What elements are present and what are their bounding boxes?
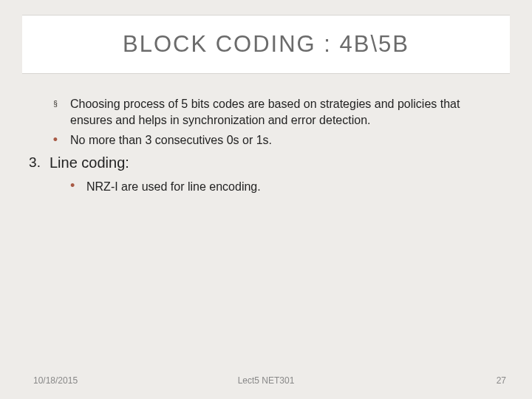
footer-page-number: 27 — [497, 375, 506, 386]
numbered-item: 3. Line coding: — [20, 153, 491, 173]
slide-title: BLOCK CODING : 4B\5B — [123, 31, 409, 58]
bullet-marker-dot-icon: • — [41, 132, 70, 149]
bullet-item: • No more than 3 consecutives 0s or 1s. — [41, 132, 491, 149]
sub-bullet-text: NRZ-I are used for line encoding. — [86, 179, 491, 195]
numbered-text: Line coding: — [50, 153, 491, 173]
number-marker: 3. — [20, 153, 50, 173]
slide-body: § Choosing process of 5 bits codes are b… — [41, 96, 491, 194]
footer-center: Lect5 NET301 — [0, 375, 532, 386]
slide-footer: 10/18/2015 Lect5 NET301 27 — [0, 371, 532, 386]
bullet-text: No more than 3 consecutives 0s or 1s. — [70, 132, 491, 149]
sub-bullet-item: • NRZ-I are used for line encoding. — [70, 179, 491, 195]
bullet-marker-dot-icon: • — [70, 179, 86, 195]
bullet-item: § Choosing process of 5 bits codes are b… — [41, 96, 491, 128]
slide: BLOCK CODING : 4B\5B § Choosing process … — [0, 0, 532, 399]
bullet-text: Choosing process of 5 bits codes are bas… — [70, 96, 491, 128]
bullet-marker-section-icon: § — [41, 96, 70, 128]
title-box: BLOCK CODING : 4B\5B — [22, 15, 510, 74]
